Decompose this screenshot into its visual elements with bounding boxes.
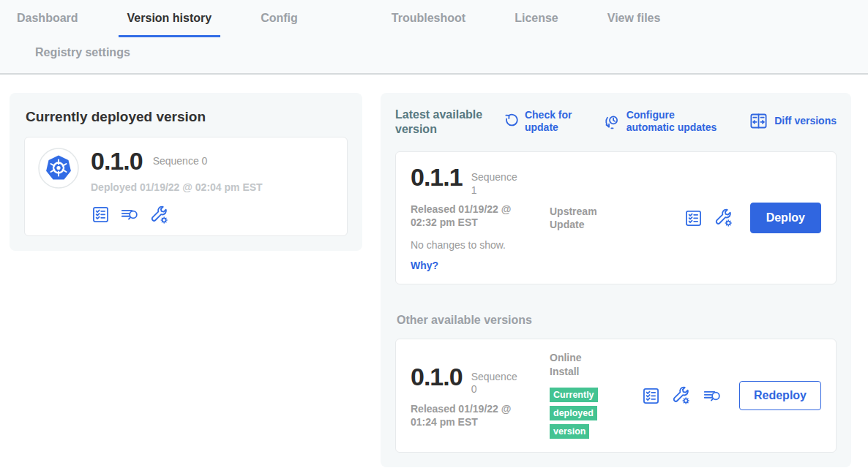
deploy-logs-icon[interactable]	[119, 205, 141, 224]
configure-automatic-updates-link[interactable]: Configure automatic updates	[605, 109, 723, 134]
main-content: Currently deployed version 0.1.0 Sequenc…	[0, 75, 868, 467]
check-for-update-link[interactable]: Check for update	[504, 109, 578, 134]
tab-config[interactable]: Config	[252, 9, 307, 37]
available-versions-panel: Latest available version Check for updat…	[381, 93, 851, 467]
diff-icon	[749, 111, 768, 131]
redeploy-button[interactable]: Redeploy	[739, 381, 821, 410]
latest-version-card: 0.1.1 Sequence 1 Released 01/19/22 @ 02:…	[395, 151, 837, 284]
tab-version-history[interactable]: Version history	[119, 9, 221, 37]
deployed-timestamp: Deployed 01/19/22 @ 02:04 pm EST	[91, 181, 263, 194]
config-icon[interactable]	[714, 208, 734, 228]
latest-available-title: Latest available version	[395, 107, 493, 137]
latest-sequence-label: Sequence 1	[471, 171, 521, 197]
currently-deployed-badge: Currently deployed version	[550, 388, 598, 439]
other-source-label: Online Install	[550, 351, 610, 377]
preflight-checks-icon[interactable]	[684, 208, 703, 228]
latest-available-header: Latest available version Check for updat…	[395, 107, 837, 137]
configure-automatic-updates-label: Configure automatic updates	[626, 109, 723, 134]
currently-deployed-title: Currently deployed version	[26, 109, 348, 125]
kubernetes-logo-icon	[38, 148, 79, 189]
tab-dashboard[interactable]: Dashboard	[8, 9, 87, 37]
latest-released-timestamp: Released 01/19/22 @ 02:32 pm EST	[411, 203, 535, 229]
other-source-column: Online Install Currently deployed versio…	[550, 351, 610, 440]
tab-registry-settings[interactable]: Registry settings	[26, 43, 139, 64]
why-link[interactable]: Why?	[411, 260, 438, 271]
other-released-timestamp: Released 01/19/22 @ 01:24 pm EST	[411, 402, 535, 429]
schedule-icon	[605, 113, 621, 129]
config-icon[interactable]	[671, 385, 692, 406]
latest-source-label: Upstream Update	[550, 205, 610, 231]
tab-view-files[interactable]: View files	[599, 9, 670, 37]
other-available-versions-title: Other available versions	[397, 314, 837, 327]
latest-version-actions: Deploy	[684, 203, 821, 233]
preflight-checks-icon[interactable]	[91, 205, 111, 224]
other-version-card: 0.1.0 Sequence 0 Released 01/19/22 @ 01:…	[395, 339, 837, 453]
version-actions: Check for update Configure automatic upd…	[504, 109, 837, 134]
latest-version-details: 0.1.1 Sequence 1 Released 01/19/22 @ 02:…	[411, 164, 548, 272]
deploy-button[interactable]: Deploy	[750, 203, 821, 233]
currently-deployed-panel: Currently deployed version 0.1.0 Sequenc…	[10, 93, 362, 251]
top-navigation: Dashboard Version history Config Trouble…	[0, 0, 868, 75]
other-version-details: 0.1.0 Sequence 0 Released 01/19/22 @ 01:…	[411, 363, 548, 429]
diff-versions-label: Diff versions	[774, 115, 837, 127]
latest-version-number: 0.1.1	[411, 164, 463, 191]
check-for-update-label: Check for update	[525, 109, 578, 134]
currently-deployed-card: 0.1.0 Sequence 0 Deployed 01/19/22 @ 02:…	[24, 137, 348, 236]
no-changes-text: No changes to show.	[411, 239, 548, 251]
config-icon[interactable]	[149, 205, 170, 225]
deployed-version-details: 0.1.0 Sequence 0 Deployed 01/19/22 @ 02:…	[91, 148, 263, 225]
preflight-checks-icon[interactable]	[641, 386, 661, 406]
tab-troubleshoot[interactable]: Troubleshoot	[383, 9, 474, 37]
deployed-sequence-label: Sequence 0	[153, 155, 208, 168]
other-sequence-label: Sequence 0	[471, 371, 521, 396]
other-version-actions: Redeploy	[641, 381, 821, 410]
currently-deployed-badge-wrap: Currently deployed version	[550, 385, 610, 441]
deploy-logs-icon[interactable]	[702, 386, 723, 406]
other-version-number: 0.1.0	[411, 363, 463, 390]
nav-tabs-row: Dashboard Version history Config Trouble…	[0, 9, 868, 37]
deployed-version-number: 0.1.0	[91, 148, 143, 175]
tab-license[interactable]: License	[506, 9, 567, 37]
diff-versions-link[interactable]: Diff versions	[749, 111, 837, 131]
nav-tabs-row-2: Registry settings	[0, 37, 868, 73]
refresh-icon	[504, 113, 519, 129]
